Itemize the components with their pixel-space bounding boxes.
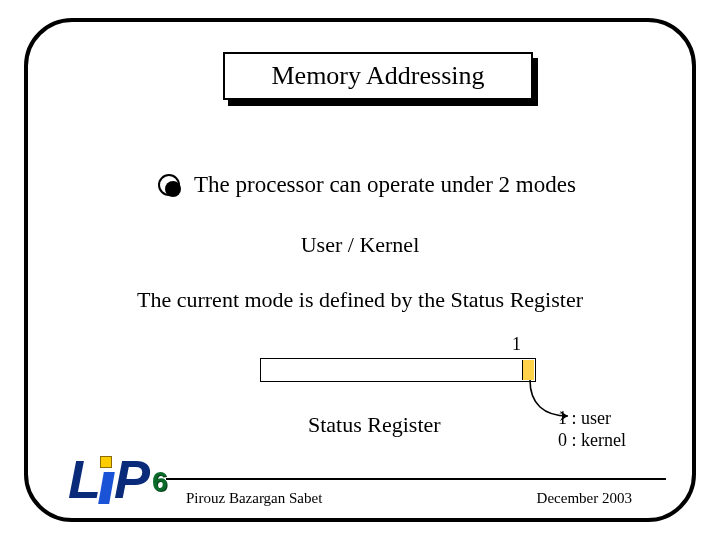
footer-author: Pirouz Bazargan Sabet xyxy=(186,490,322,507)
logo-letter-p: P xyxy=(114,452,150,506)
status-register-box xyxy=(260,358,536,382)
logo-i-dot xyxy=(100,456,112,468)
legend-kernel: 0 : kernel xyxy=(558,430,626,452)
title-box: Memory Addressing xyxy=(223,52,533,100)
legend-user: 1 : user xyxy=(558,408,626,430)
footer-date: December 2003 xyxy=(537,490,632,507)
slide-title: Memory Addressing xyxy=(271,61,484,91)
moon-bullet-icon xyxy=(158,174,180,196)
lip6-logo: L P 6 xyxy=(68,452,164,512)
register-label: Status Register xyxy=(308,412,441,438)
footer-divider xyxy=(166,478,666,480)
mode-defined-line: The current mode is defined by the Statu… xyxy=(28,287,692,313)
slide-frame: Memory Addressing The processor can oper… xyxy=(24,18,696,522)
logo-digit-6: 6 xyxy=(152,466,168,498)
bullet-text: The processor can operate under 2 modes xyxy=(194,172,576,198)
logo-letter-l: L xyxy=(68,452,101,506)
bullet-row: The processor can operate under 2 modes xyxy=(158,172,576,198)
modes-line: User / Kernel xyxy=(28,232,692,258)
bit-legend: 1 : user 0 : kernel xyxy=(558,408,626,451)
bit-index-label: 1 xyxy=(512,334,521,355)
